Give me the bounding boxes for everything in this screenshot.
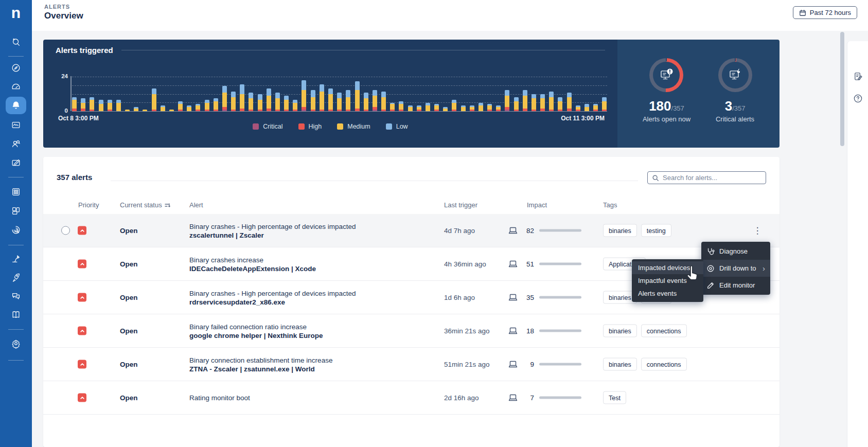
col-alert[interactable]: Alert <box>189 201 203 209</box>
status-cell: Open <box>120 227 138 235</box>
settings-gear-icon[interactable] <box>10 338 22 349</box>
last-trigger-cell: 36min 21s ago <box>444 327 490 335</box>
chart-bar <box>364 93 368 111</box>
gauge-icon[interactable] <box>10 81 22 93</box>
menu-item-diagnose[interactable]: Diagnose <box>701 243 770 260</box>
table-row[interactable]: OpenBinary crashes - High percentage of … <box>43 214 780 247</box>
alert-title: Binary crashes - High percentage of devi… <box>189 290 356 297</box>
table-row[interactable]: OpenBinary connection establishment time… <box>43 348 780 381</box>
table-header: Priority Current status Alert Last trigg… <box>43 197 780 214</box>
breadcrumb: ALERTS <box>44 4 70 10</box>
laptop-icon <box>508 359 518 369</box>
last-trigger-cell: 4d 7h ago <box>444 227 475 235</box>
tag-chip[interactable]: connections <box>641 325 687 337</box>
menu-item-drill-down[interactable]: Drill down to › <box>701 260 770 277</box>
alert-title: Binary failed connection ratio increase <box>189 323 307 331</box>
priority-badge <box>78 226 86 235</box>
table-row[interactable]: OpenBinary failed connection ratio incre… <box>43 314 780 348</box>
chart-bar <box>90 97 94 112</box>
last-trigger-cell: 51min 21s ago <box>444 361 490 368</box>
laptop-icon <box>508 392 518 403</box>
sidebar-item-alerts-active[interactable] <box>6 97 26 114</box>
impact-bar <box>539 363 581 366</box>
chart-bar <box>187 105 191 111</box>
tag-chip[interactable]: testing <box>641 224 671 237</box>
y-axis-line <box>70 76 72 111</box>
col-current-status[interactable]: Current status <box>120 201 170 209</box>
tag-chip[interactable]: Test <box>603 391 626 404</box>
chart-bar <box>399 101 403 111</box>
priority-badge <box>78 360 86 369</box>
radar-search-icon[interactable] <box>10 224 22 236</box>
chart-bar <box>434 104 439 111</box>
monitor-chart-icon[interactable] <box>10 119 22 131</box>
apps-grid-icon[interactable] <box>10 186 22 198</box>
chat-icon[interactable] <box>10 291 22 302</box>
clipboard-edit-icon[interactable] <box>853 71 863 82</box>
help-icon[interactable] <box>853 93 863 104</box>
status-cell: Open <box>120 327 138 335</box>
col-last-trigger[interactable]: Last trigger <box>444 201 477 209</box>
title-rule <box>121 50 605 50</box>
chart-bar <box>161 105 165 111</box>
chart-bar <box>426 103 430 112</box>
submenu-item-alerts-events[interactable]: Alerts events <box>632 287 703 300</box>
chart-bar <box>408 105 413 111</box>
blocks-icon[interactable] <box>10 205 22 217</box>
impact-bar <box>539 397 581 399</box>
submenu-item-impactful-events[interactable]: Impactful events <box>632 274 703 287</box>
pencil-icon <box>706 281 715 290</box>
critical-alerts-gauge <box>718 58 752 92</box>
alerts-count-title: 357 alerts <box>57 173 92 182</box>
table-row[interactable]: OpenRating monitor boot2d 16h ago7Test <box>43 381 780 415</box>
monitor-alert-icon <box>658 67 675 83</box>
status-cell: Open <box>120 294 138 301</box>
alerts-open-value: 180 <box>649 98 671 114</box>
nexthink-logo[interactable]: n <box>0 2 32 24</box>
col-tags[interactable]: Tags <box>603 201 617 209</box>
col-priority[interactable]: Priority <box>78 201 99 209</box>
chart-bar <box>196 104 200 111</box>
alerts-open-label: Alerts open now <box>643 115 690 123</box>
ai-search-icon[interactable] <box>10 36 22 47</box>
chart-bar <box>214 98 218 111</box>
rocket-icon[interactable] <box>10 272 22 283</box>
priority-badge <box>78 394 86 402</box>
sidebar-divider <box>8 177 24 177</box>
chart-bar <box>284 96 289 111</box>
search-input[interactable] <box>663 174 761 182</box>
vertical-scrollbar[interactable] <box>840 32 844 146</box>
legend-swatch-critical <box>253 123 259 130</box>
alert-title: Binary connection establishment time inc… <box>189 356 332 364</box>
impact-value: 7 <box>521 394 534 402</box>
desk-lamp-icon[interactable] <box>10 253 22 264</box>
board-edit-icon[interactable] <box>10 157 22 169</box>
alert-subtitle: rdrservicesupdater2_x86.exe <box>189 298 436 307</box>
row-actions-kebab[interactable]: ⋮ <box>753 225 762 236</box>
time-range-button[interactable]: Past 72 hours <box>793 6 857 19</box>
tag-chip[interactable]: binaries <box>603 325 637 337</box>
chart-bar <box>443 107 448 111</box>
book-icon[interactable] <box>10 309 22 320</box>
alert-cell: Binary connection establishment time inc… <box>189 355 436 373</box>
tag-chip[interactable]: binaries <box>603 358 637 371</box>
page-title: Overview <box>44 11 83 21</box>
submenu-item-impacted-devices[interactable]: Impacted devices <box>632 261 703 274</box>
stethoscope-icon <box>706 247 715 256</box>
chart-bar <box>470 105 474 111</box>
col-impact[interactable]: Impact <box>527 201 547 209</box>
right-utility-panel <box>847 41 868 447</box>
alert-cell: Rating monitor boot <box>189 393 436 402</box>
compass-icon[interactable] <box>10 62 22 74</box>
sidebar-divider <box>8 56 24 57</box>
row-select-radio[interactable] <box>61 226 70 235</box>
alert-subtitle: google chrome helper | Nexthink Europe <box>189 331 436 340</box>
alerts-search <box>647 171 766 184</box>
chart-bar <box>249 93 253 111</box>
tag-chip[interactable]: connections <box>641 358 687 371</box>
menu-item-edit-monitor[interactable]: Edit monitor <box>701 277 770 294</box>
tag-chip[interactable]: binaries <box>603 224 637 237</box>
chart-bar <box>72 97 77 112</box>
laptop-icon <box>508 259 518 269</box>
user-search-icon[interactable] <box>10 138 22 150</box>
